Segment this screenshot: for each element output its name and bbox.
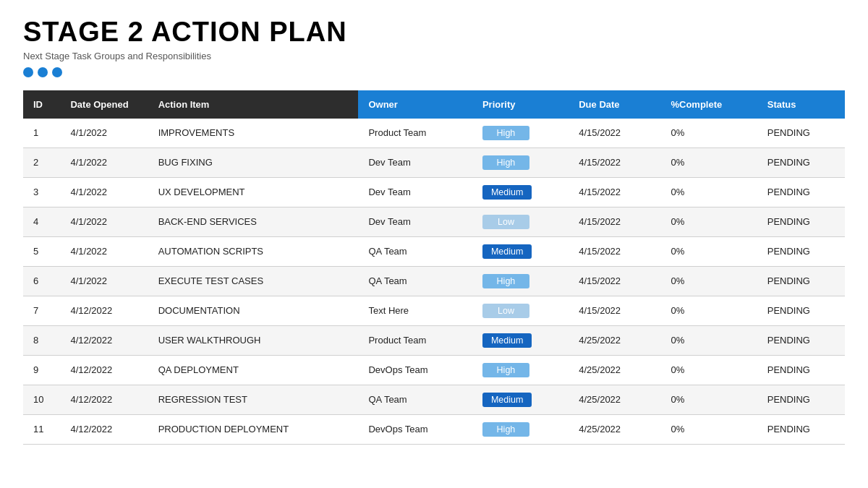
- cell-priority: High: [472, 414, 569, 444]
- cell-complete: 0%: [660, 385, 757, 414]
- cell-duedate: 4/25/2022: [569, 325, 660, 355]
- cell-status: PENDING: [757, 177, 845, 207]
- cell-id: 8: [23, 325, 60, 355]
- cell-priority: Medium: [472, 325, 569, 355]
- cell-date: 4/12/2022: [60, 296, 148, 325]
- table-row: 6 4/1/2022 EXECUTE TEST CASES QA Team Hi…: [23, 266, 845, 296]
- cell-priority: Medium: [472, 236, 569, 266]
- priority-badge: High: [482, 155, 529, 170]
- priority-badge: Medium: [482, 333, 532, 348]
- cell-complete: 0%: [660, 355, 757, 385]
- cell-id: 9: [23, 355, 60, 385]
- cell-action: REGRESSION TEST: [148, 385, 359, 414]
- cell-complete: 0%: [660, 177, 757, 207]
- dot-2: [38, 67, 48, 77]
- table-header-row: ID Date Opened Action Item Owner Priorit…: [23, 90, 845, 119]
- table-row: 9 4/12/2022 QA DEPLOYMENT DevOps Team Hi…: [23, 355, 845, 385]
- cell-owner: Product Team: [358, 325, 472, 355]
- cell-id: 2: [23, 147, 60, 177]
- cell-owner: Dev Team: [358, 207, 472, 236]
- cell-owner: QA Team: [358, 266, 472, 296]
- table-row: 7 4/12/2022 DOCUMENTATION Text Here Low …: [23, 296, 845, 325]
- cell-duedate: 4/15/2022: [569, 119, 660, 148]
- cell-action: QA DEPLOYMENT: [148, 355, 359, 385]
- cell-priority: High: [472, 355, 569, 385]
- cell-priority: Medium: [472, 385, 569, 414]
- cell-date: 4/12/2022: [60, 385, 148, 414]
- cell-duedate: 4/15/2022: [569, 266, 660, 296]
- dot-1: [23, 67, 33, 77]
- cell-priority: High: [472, 266, 569, 296]
- cell-priority: Medium: [472, 177, 569, 207]
- cell-status: PENDING: [757, 296, 845, 325]
- cell-action: AUTOMATION SCRIPTS: [148, 236, 359, 266]
- cell-priority: High: [472, 119, 569, 148]
- cell-id: 6: [23, 266, 60, 296]
- cell-complete: 0%: [660, 119, 757, 148]
- cell-action: EXECUTE TEST CASES: [148, 266, 359, 296]
- cell-status: PENDING: [757, 147, 845, 177]
- cell-complete: 0%: [660, 296, 757, 325]
- table-row: 3 4/1/2022 UX DEVELOPMENT Dev Team Mediu…: [23, 177, 845, 207]
- cell-complete: 0%: [660, 236, 757, 266]
- col-header-date: Date Opened: [60, 90, 148, 119]
- page-subtitle: Next Stage Task Groups and Responsibilit…: [23, 51, 845, 61]
- priority-badge: High: [482, 422, 529, 437]
- cell-id: 7: [23, 296, 60, 325]
- cell-status: PENDING: [757, 119, 845, 148]
- cell-id: 4: [23, 207, 60, 236]
- cell-duedate: 4/25/2022: [569, 355, 660, 385]
- cell-duedate: 4/25/2022: [569, 385, 660, 414]
- cell-date: 4/1/2022: [60, 177, 148, 207]
- cell-date: 4/1/2022: [60, 207, 148, 236]
- cell-date: 4/12/2022: [60, 355, 148, 385]
- cell-date: 4/12/2022: [60, 414, 148, 444]
- cell-complete: 0%: [660, 325, 757, 355]
- cell-complete: 0%: [660, 414, 757, 444]
- priority-badge: High: [482, 274, 529, 288]
- cell-priority: Low: [472, 207, 569, 236]
- table-row: 4 4/1/2022 BACK-END SERVICES Dev Team Lo…: [23, 207, 845, 236]
- priority-badge: Medium: [482, 185, 532, 200]
- cell-duedate: 4/15/2022: [569, 147, 660, 177]
- cell-duedate: 4/15/2022: [569, 236, 660, 266]
- cell-date: 4/1/2022: [60, 236, 148, 266]
- cell-status: PENDING: [757, 266, 845, 296]
- dot-3: [52, 67, 62, 77]
- cell-id: 1: [23, 119, 60, 148]
- priority-badge: Medium: [482, 244, 532, 259]
- action-plan-table: ID Date Opened Action Item Owner Priorit…: [23, 90, 845, 445]
- cell-date: 4/12/2022: [60, 325, 148, 355]
- cell-owner: DevOps Team: [358, 355, 472, 385]
- cell-status: PENDING: [757, 236, 845, 266]
- col-header-status: Status: [757, 90, 845, 119]
- cell-action: UX DEVELOPMENT: [148, 177, 359, 207]
- cell-status: PENDING: [757, 385, 845, 414]
- cell-action: BACK-END SERVICES: [148, 207, 359, 236]
- cell-duedate: 4/15/2022: [569, 296, 660, 325]
- page-title: STAGE 2 ACTION PLAN: [23, 17, 845, 48]
- col-header-priority: Priority: [472, 90, 569, 119]
- cell-complete: 0%: [660, 147, 757, 177]
- col-header-id: ID: [23, 90, 60, 119]
- priority-badge: Low: [482, 304, 529, 318]
- table-row: 11 4/12/2022 PRODUCTION DEPLOYMENT DevOp…: [23, 414, 845, 444]
- cell-status: PENDING: [757, 207, 845, 236]
- col-header-action: Action Item: [148, 90, 359, 119]
- cell-owner: DevOps Team: [358, 414, 472, 444]
- cell-owner: Dev Team: [358, 147, 472, 177]
- cell-id: 10: [23, 385, 60, 414]
- cell-complete: 0%: [660, 207, 757, 236]
- table-row: 2 4/1/2022 BUG FIXING Dev Team High 4/15…: [23, 147, 845, 177]
- cell-owner: Product Team: [358, 119, 472, 148]
- cell-duedate: 4/25/2022: [569, 414, 660, 444]
- cell-status: PENDING: [757, 414, 845, 444]
- col-header-duedate: Due Date: [569, 90, 660, 119]
- priority-badge: High: [482, 126, 529, 140]
- dots-row: [23, 67, 845, 77]
- priority-badge: Low: [482, 215, 529, 229]
- cell-action: IMPROVEMENTS: [148, 119, 359, 148]
- cell-duedate: 4/15/2022: [569, 207, 660, 236]
- table-row: 10 4/12/2022 REGRESSION TEST QA Team Med…: [23, 385, 845, 414]
- col-header-owner: Owner: [358, 90, 472, 119]
